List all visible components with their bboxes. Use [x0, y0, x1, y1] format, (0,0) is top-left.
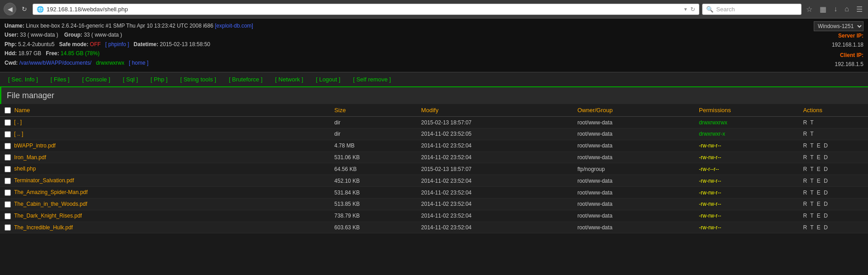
col-name-header: Name [0, 104, 330, 117]
action-e[interactable]: E [817, 190, 821, 196]
action-d[interactable]: D [824, 190, 828, 196]
file-name-link[interactable]: [ .. ] [14, 131, 23, 137]
action-e[interactable]: E [817, 213, 821, 219]
action-e[interactable]: E [817, 166, 821, 172]
home-link[interactable]: [ home ] [129, 60, 148, 66]
file-checkbox-8[interactable] [5, 213, 11, 219]
file-manager-title: File manager [0, 87, 868, 104]
user-label: User: [5, 32, 19, 38]
action-t[interactable]: T [810, 154, 813, 161]
action-d[interactable]: D [824, 201, 828, 207]
file-name-link[interactable]: Terminator_Salvation.pdf [14, 177, 74, 184]
file-checkbox-2[interactable] [5, 143, 11, 149]
file-checkbox-0[interactable] [5, 119, 11, 126]
nav-item-0[interactable]: [ Sec. Info ] [2, 72, 44, 86]
action-r[interactable]: R [803, 131, 807, 137]
action-r[interactable]: R [803, 224, 807, 231]
back-button[interactable]: ◀ [4, 3, 16, 15]
action-t[interactable]: T [810, 142, 813, 149]
action-t[interactable]: T [810, 178, 813, 184]
home-icon[interactable]: ⌂ [843, 4, 851, 14]
file-perm-cell: -rw-rw-r-- [694, 198, 798, 210]
search-box[interactable]: 🔍 Search [702, 4, 802, 15]
file-checkbox-6[interactable] [5, 190, 11, 196]
col-modify-header: Modify [417, 104, 573, 117]
php-row: Php: 5.2.4-2ubuntu5 Safe mode: OFF [ php… [5, 40, 814, 49]
action-r[interactable]: R [803, 142, 807, 149]
bookmark-icon[interactable]: ☆ [804, 4, 814, 14]
phpinfo-link[interactable]: [ phpinfo ] [105, 41, 129, 47]
nav-item-7[interactable]: [ Network ] [269, 72, 310, 86]
file-checkbox-9[interactable] [5, 224, 11, 231]
action-t[interactable]: T [810, 131, 813, 137]
cwd-path[interactable]: /var/www/bWAPP/documents/ [19, 60, 92, 66]
file-modify-cell: 2015-02-13 18:57:07 [417, 163, 573, 175]
nav-item-6[interactable]: [ Bruteforce ] [222, 72, 269, 86]
encoding-select[interactable]: Windows-1251 UTF-8 KOI8-R [814, 21, 863, 31]
client-ip-value: 192.168.1.5 [835, 61, 863, 67]
address-bar[interactable]: 🌐 192.168.1.18/webdav/shell.php ▼ ↻ [33, 4, 699, 15]
nav-item-9[interactable]: [ Self remove ] [347, 72, 397, 86]
file-checkbox-7[interactable] [5, 201, 11, 208]
file-name-link[interactable]: Iron_Man.pdf [14, 154, 46, 161]
action-r[interactable]: R [803, 201, 807, 207]
table-row: bWAPP_intro.pdf 4.78 MB 2014-11-02 23:52… [0, 140, 868, 152]
exploit-link[interactable]: [exploit-db.com] [215, 23, 253, 29]
action-r[interactable]: R [803, 190, 807, 196]
file-name-cell: [ .. ] [0, 128, 330, 140]
action-t[interactable]: T [810, 119, 813, 126]
action-e[interactable]: E [817, 142, 821, 149]
action-d[interactable]: D [824, 178, 828, 184]
action-d[interactable]: D [824, 154, 828, 161]
file-checkbox-1[interactable] [5, 131, 11, 138]
action-e[interactable]: E [817, 178, 821, 184]
client-ip-label: Client IP: [840, 52, 863, 58]
file-name-link[interactable]: shell.php [14, 166, 36, 172]
select-all-checkbox[interactable] [5, 107, 11, 114]
reload-button[interactable]: ↻ [19, 4, 30, 14]
action-e[interactable]: E [817, 224, 821, 231]
file-name-link[interactable]: The_Amazing_Spider-Man.pdf [14, 189, 88, 195]
action-d[interactable]: D [824, 213, 828, 219]
nav-item-5[interactable]: [ String tools ] [174, 72, 222, 86]
file-name-cell: The_Dark_Knight_Rises.pdf [0, 210, 330, 222]
file-name-link[interactable]: The_Dark_Knight_Rises.pdf [14, 213, 82, 219]
action-r[interactable]: R [803, 119, 807, 126]
action-t[interactable]: T [810, 166, 813, 172]
action-e[interactable]: E [817, 201, 821, 207]
action-r[interactable]: R [803, 213, 807, 219]
nav-item-4[interactable]: [ Php ] [144, 72, 174, 86]
safemode-label: Safe mode: [59, 41, 89, 47]
file-checkbox-3[interactable] [5, 154, 11, 161]
action-t[interactable]: T [810, 213, 813, 219]
table-row: Iron_Man.pdf 531.06 KB 2014-11-02 23:52:… [0, 152, 868, 163]
action-d[interactable]: D [824, 166, 828, 172]
action-t[interactable]: T [810, 201, 813, 207]
file-name-link[interactable]: The_Cabin_in_the_Woods.pdf [14, 201, 87, 207]
menu-icon[interactable]: ☰ [854, 4, 864, 14]
action-t[interactable]: T [810, 190, 813, 196]
nav-item-3[interactable]: [ Sql ] [117, 72, 144, 86]
action-r[interactable]: R [803, 178, 807, 184]
nav-item-1[interactable]: [ Files ] [44, 72, 76, 86]
nav-item-8[interactable]: [ Logout ] [310, 72, 347, 86]
action-t[interactable]: T [810, 224, 813, 231]
file-name-link[interactable]: bWAPP_intro.pdf [14, 142, 56, 149]
action-e[interactable]: E [817, 154, 821, 161]
search-icon: 🔍 [706, 6, 713, 13]
action-r[interactable]: R [803, 166, 807, 172]
action-d[interactable]: D [824, 224, 828, 231]
action-d[interactable]: D [824, 142, 828, 149]
file-checkbox-5[interactable] [5, 178, 11, 184]
download-icon[interactable]: ↓ [832, 4, 839, 14]
file-modify-cell: 2014-11-02 23:52:04 [417, 152, 573, 163]
file-actions-cell: R T E D [798, 187, 868, 199]
file-name-link[interactable]: [ . ] [14, 119, 22, 125]
file-name-cell: bWAPP_intro.pdf [0, 140, 330, 152]
php-value: 5.2.4-2ubuntu5 [18, 41, 55, 47]
screenshot-icon[interactable]: ▦ [818, 4, 828, 14]
nav-item-2[interactable]: [ Console ] [76, 72, 117, 86]
action-r[interactable]: R [803, 154, 807, 161]
file-checkbox-4[interactable] [5, 166, 11, 172]
file-name-link[interactable]: The_Incredible_Hulk.pdf [14, 224, 73, 231]
